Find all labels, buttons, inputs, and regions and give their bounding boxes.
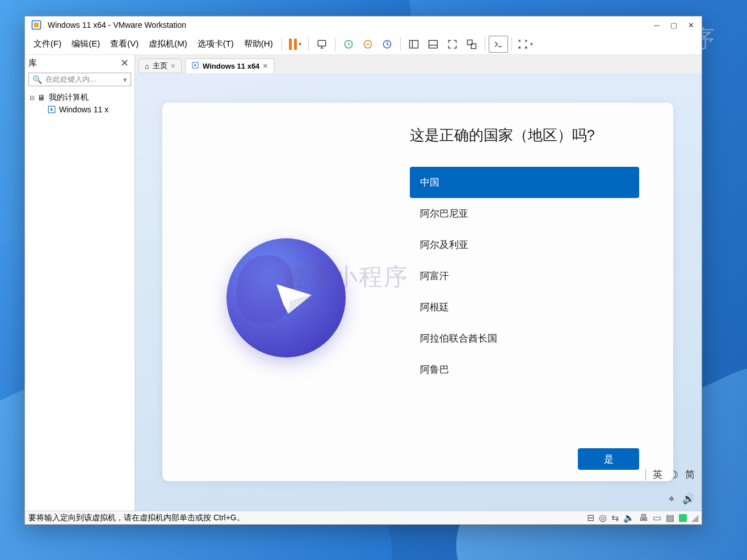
ime-mode[interactable]: 简 [685,468,695,481]
snapshot-button[interactable] [339,36,358,53]
main-area: ⌂ 主页 × Windows 11 x64 × [135,55,702,511]
vm-viewport[interactable]: 这是正确的国家（地区）吗? 中国 阿尔巴尼亚 阿尔及利亚 阿富汗 阿根廷 阿拉伯… [135,73,702,511]
tab-home[interactable]: ⌂ 主页 × [139,58,182,73]
resize-grip-icon[interactable]: ◢ [691,512,698,523]
status-device-icons[interactable]: ⊟ ◎ ⇆ 🔈 🖶 ▭ ▤ ◢ [587,512,698,523]
country-option[interactable]: 阿尔巴尼亚 [410,198,639,229]
tab-bar: ⌂ 主页 × Windows 11 x64 × [135,55,702,73]
menu-view[interactable]: 查看(V) [105,36,144,52]
console-view-button[interactable] [489,36,508,53]
country-option[interactable]: 中国 [410,167,639,198]
watermark-text: 趣享小程序 [284,261,409,293]
vm-icon [191,62,199,70]
search-icon: 🔍 [32,75,42,84]
country-list: 中国 阿尔巴尼亚 阿尔及利亚 阿富汗 阿根廷 阿拉伯联合酋长国 阿鲁巴 [410,167,639,444]
sidebar-title: 库 [28,58,118,69]
guest-ime-bar[interactable]: 英 ☽ 简 [645,468,695,481]
maximize-button[interactable]: ▢ [665,19,682,31]
menu-edit[interactable]: 编辑(E) [66,36,105,52]
sound-icon[interactable]: 🔈 [623,512,635,523]
window-title: Windows 11 x64 - VMware Workstation [48,20,648,30]
svg-rect-7 [429,40,437,48]
globe-icon [226,238,346,357]
disk-icon[interactable]: ⊟ [587,512,594,523]
menu-file[interactable]: 文件(F) [28,36,66,52]
menu-vm[interactable]: 虚拟机(M) [144,36,192,52]
svg-rect-6 [409,40,418,48]
stretch-guest-button[interactable]: ▾ [515,36,535,53]
printer-icon[interactable]: 🖶 [639,513,648,523]
vm-icon [47,105,57,114]
country-option[interactable]: 阿拉伯联合酋长国 [410,323,639,354]
ime-lang[interactable]: 英 [653,468,662,481]
sidebar-close-button[interactable]: ✕ [118,57,131,69]
tree-item-windows11[interactable]: Windows 11 x [27,104,132,115]
tree-root-my-computer[interactable]: ⊟ 🖥 我的计算机 [27,91,132,104]
titlebar[interactable]: Windows 11 x64 - VMware Workstation ─ ▢ … [25,16,702,33]
country-option[interactable]: 阿根廷 [410,292,639,323]
fullscreen-button[interactable] [443,36,462,53]
menu-tabs[interactable]: 选项卡(T) [192,36,239,52]
pause-vm-button[interactable]: ▾ [286,36,305,53]
unity-button[interactable] [462,36,481,53]
accessibility-icon[interactable]: ⌖ [669,493,674,505]
statusbar: 要将输入定向到该虚拟机，请在虚拟机内部单击或按 Ctrl+G。 ⊟ ◎ ⇆ 🔈 … [25,511,702,524]
close-icon[interactable]: × [171,61,175,70]
library-sidebar: 库 ✕ 🔍 在此处键入内... ▾ ⊟ 🖥 我的计算机 Windows 11 x [25,55,135,511]
usb-icon[interactable]: ▭ [653,512,661,523]
confirm-button[interactable]: 是 [578,448,639,470]
home-icon: ⌂ [145,62,149,70]
moon-icon[interactable]: ☽ [669,469,678,481]
library-search-input[interactable]: 🔍 在此处键入内... ▾ [28,73,131,86]
tab-vm-windows11[interactable]: Windows 11 x64 × [185,58,274,73]
revert-snapshot-button[interactable] [358,36,377,53]
oobe-card: 这是正确的国家（地区）吗? 中国 阿尔巴尼亚 阿尔及利亚 阿富汗 阿根廷 阿拉伯… [162,103,673,481]
volume-icon[interactable]: 🔊 [682,492,695,505]
country-option[interactable]: 阿富汗 [410,260,639,292]
oobe-illustration [174,125,398,470]
oobe-question: 这是正确的国家（地区）吗? [410,125,639,145]
minimize-button[interactable]: ─ [648,19,665,31]
status-hint: 要将输入定向到该虚拟机，请在虚拟机内部单击或按 Ctrl+G。 [28,513,587,523]
network-icon[interactable]: ⇆ [611,512,619,523]
svg-rect-1 [34,23,39,27]
menu-help[interactable]: 帮助(H) [239,36,278,52]
library-tree: ⊟ 🖥 我的计算机 Windows 11 x [25,88,135,119]
menubar: 文件(F) 编辑(E) 查看(V) 虚拟机(M) 选项卡(T) 帮助(H) ▾ … [25,33,702,55]
svg-rect-2 [318,40,325,46]
vm-status-led [679,514,687,522]
thumbnail-bar-button[interactable] [423,36,443,53]
close-icon[interactable]: × [263,61,267,70]
close-button[interactable]: ✕ [682,19,699,31]
guest-accessibility-bar[interactable]: ⌖ 🔊 [669,492,695,505]
snapshot-manager-button[interactable] [377,36,397,53]
cd-icon[interactable]: ◎ [599,512,607,523]
display-icon[interactable]: ▤ [666,512,674,523]
send-ctrl-alt-del-button[interactable] [312,36,331,53]
country-option[interactable]: 阿尔及利亚 [410,229,639,260]
monitor-icon: 🖥 [36,93,47,102]
app-icon [30,18,43,32]
country-option[interactable]: 阿鲁巴 [410,354,639,385]
show-sidebar-button[interactable] [404,36,423,53]
